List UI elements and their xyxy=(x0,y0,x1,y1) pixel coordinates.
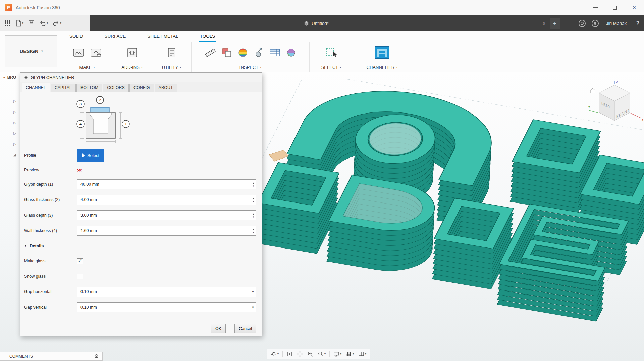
channelier-tool-icon[interactable] xyxy=(374,46,390,59)
channel-letters-model[interactable] xyxy=(262,79,644,322)
close-button[interactable]: × xyxy=(625,0,644,15)
select-group-dropdown[interactable]: SELECT ▾ xyxy=(321,63,341,72)
maximize-icon xyxy=(613,6,617,10)
gap-horizontal-row: Gap horizontal ▼ xyxy=(20,284,262,300)
tab-config[interactable]: CONFIG xyxy=(129,84,154,92)
orbit-button[interactable]: ▾ xyxy=(269,349,280,359)
dialog-header[interactable]: GLYPH CHANNELIER xyxy=(20,73,262,82)
zoom-button[interactable]: ▾ xyxy=(316,349,327,359)
document-cube-icon xyxy=(304,21,309,26)
pan-button[interactable] xyxy=(295,349,305,359)
viewport: LEFT FRONT Y X Z « BRO ▷ ▷ ▷ ▷ ▷ xyxy=(0,72,644,361)
cancel-button[interactable]: Cancel xyxy=(234,324,256,333)
ok-button[interactable]: OK xyxy=(211,324,226,333)
gap-horizontal-input[interactable] xyxy=(77,287,250,297)
glyph-channelier-dialog: GLYPH CHANNELIER CHANNEL CAPITAL BOTTOM … xyxy=(20,72,262,336)
details-toggle[interactable]: ▼ Details xyxy=(20,238,262,253)
inspect-texture-icon[interactable] xyxy=(254,47,264,58)
glass-thickness-input[interactable] xyxy=(77,195,251,205)
y-axis-label: Y xyxy=(588,105,590,109)
ribbon-tab-bar: SOLID SURFACE SHEET METAL TOOLS xyxy=(69,31,216,42)
inspect-appearance-icon[interactable] xyxy=(237,47,248,58)
comments-panel[interactable]: COMMENTS xyxy=(0,352,103,361)
maximize-button[interactable] xyxy=(605,0,625,15)
view-cube[interactable]: LEFT FRONT Y X Z xyxy=(588,80,644,130)
wall-thickness-input[interactable] xyxy=(77,226,251,235)
make-group: MAKE ▾ xyxy=(62,42,112,72)
tab-bottom[interactable]: BOTTOM xyxy=(76,84,102,92)
tab-channel[interactable]: CHANNEL xyxy=(22,83,50,92)
tree-expand-icon[interactable]: ▷ xyxy=(13,142,16,146)
make-export-icon[interactable] xyxy=(90,47,102,58)
make-glass-checkbox[interactable]: ✓ xyxy=(77,258,83,264)
tab-solid[interactable]: SOLID xyxy=(69,31,84,42)
tab-capital[interactable]: CAPITAL xyxy=(51,84,76,92)
tab-surface[interactable]: SURFACE xyxy=(104,31,127,42)
workspace-switcher-design[interactable]: DESIGN ▾ xyxy=(5,35,57,67)
model-canvas[interactable] xyxy=(262,79,644,358)
display-icon xyxy=(333,351,339,357)
tree-expand-icon[interactable]: ▷ xyxy=(13,99,16,103)
spinner-control[interactable]: ▲▼ xyxy=(251,195,256,205)
inspect-material-icon[interactable] xyxy=(286,47,297,58)
browser-collapse-icon[interactable]: « xyxy=(3,75,6,80)
tab-tools[interactable]: TOOLS xyxy=(199,31,216,42)
inspect-parameters-icon[interactable] xyxy=(269,47,280,58)
inspect-group-dropdown[interactable]: INSPECT ▾ xyxy=(239,63,261,72)
app-launcher-button[interactable] xyxy=(3,17,13,29)
glass-depth-input[interactable] xyxy=(77,211,251,220)
gap-vertical-input[interactable] xyxy=(77,303,250,312)
x-axis-label: X xyxy=(641,118,644,122)
inspect-interference-icon[interactable] xyxy=(221,47,232,58)
glass-thickness-row: Glass thickness (2) ▲▼ xyxy=(20,192,262,208)
spinner-control[interactable]: ▲▼ xyxy=(251,211,256,220)
tree-expand-icon[interactable]: ▷ xyxy=(13,110,16,114)
construction-plane[interactable] xyxy=(269,150,288,161)
show-glass-checkbox[interactable]: ✓ xyxy=(77,274,83,279)
addins-group-dropdown[interactable]: ADD-INS ▾ xyxy=(121,63,142,72)
tab-about[interactable]: ABOUT xyxy=(155,84,177,92)
job-status-icon[interactable] xyxy=(579,20,586,27)
combo-dropdown-button[interactable]: ▼ xyxy=(250,303,256,312)
utility-group-dropdown[interactable]: UTILITY ▾ xyxy=(162,63,181,72)
tree-expanded-icon[interactable]: ◢ xyxy=(13,153,16,157)
spinner-control[interactable]: ▲▼ xyxy=(251,226,256,235)
dialog-grip-icon[interactable] xyxy=(24,76,28,79)
viewports-button[interactable]: ▾ xyxy=(357,349,368,359)
zoom-window-button[interactable] xyxy=(306,349,315,359)
help-button[interactable]: ? xyxy=(634,20,641,27)
tab-sheet-metal[interactable]: SHEET METAL xyxy=(147,31,179,42)
field-label: Gap vertical xyxy=(24,305,77,310)
glyph-depth-input[interactable] xyxy=(77,180,251,189)
minimize-button[interactable] xyxy=(586,0,605,15)
comment-indicator-icon[interactable] xyxy=(95,354,98,358)
tree-expand-icon[interactable]: ▷ xyxy=(13,121,16,125)
combo-dropdown-button[interactable]: ▼ xyxy=(250,287,256,297)
make-group-dropdown[interactable]: MAKE ▾ xyxy=(79,63,95,72)
addins-scripts-icon[interactable] xyxy=(126,47,138,58)
user-menu[interactable]: Jiri Manak xyxy=(605,21,628,26)
file-menu-button[interactable]: ▾ xyxy=(13,17,25,29)
display-settings-button[interactable]: ▾ xyxy=(332,349,343,359)
look-at-button[interactable] xyxy=(285,349,294,359)
inspect-measure-icon[interactable] xyxy=(205,47,216,58)
document-tab[interactable]: Untitled* xyxy=(90,15,543,31)
viewcube-home-icon[interactable] xyxy=(590,88,595,93)
save-button[interactable] xyxy=(26,17,37,29)
tree-expand-icon[interactable]: ▷ xyxy=(13,131,16,136)
grid-settings-button[interactable]: ▾ xyxy=(344,349,356,359)
undo-button[interactable]: ▾ xyxy=(37,17,50,29)
notifications-icon[interactable] xyxy=(592,20,599,27)
orbit-icon xyxy=(271,351,277,357)
tab-colors[interactable]: COLORS xyxy=(103,84,129,92)
spinner-control[interactable]: ▲▼ xyxy=(251,180,256,189)
browser-label: BRO xyxy=(7,75,16,80)
make-3d-print-icon[interactable] xyxy=(72,47,85,58)
redo-button[interactable]: ▾ xyxy=(51,17,63,29)
utility-panel-icon[interactable] xyxy=(166,47,177,58)
new-tab-button[interactable]: + xyxy=(550,18,560,29)
tab-close-button[interactable]: × xyxy=(539,15,549,31)
select-tool-icon[interactable] xyxy=(325,47,337,58)
profile-select-button[interactable]: Select xyxy=(77,149,104,162)
channelier-group-dropdown[interactable]: CHANNELIER ▾ xyxy=(367,63,398,72)
